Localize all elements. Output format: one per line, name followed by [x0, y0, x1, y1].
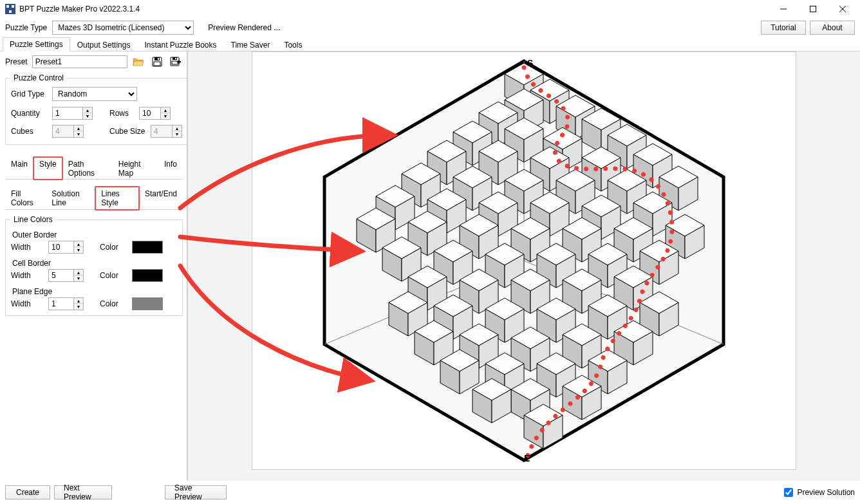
top-row: Puzzle Type Mazes 3D Isometric (Licensed…	[0, 18, 860, 37]
svg-rect-2	[12, 5, 14, 8]
tab-path-options[interactable]: Path Options	[62, 157, 113, 180]
puzzle-control-group: Puzzle Control Grid Type Random Quantity…	[5, 73, 188, 145]
maze-image: S E	[312, 55, 736, 467]
svg-rect-1	[6, 5, 9, 8]
app-icon	[5, 4, 15, 14]
spinner-down-icon[interactable]: ▼	[83, 113, 92, 119]
plane-edge-label: Plane Edge	[12, 287, 177, 296]
preset-input[interactable]	[32, 55, 127, 68]
window-title: BPT Puzzle Maker Pro v2022.3.1.4	[19, 5, 140, 14]
preset-label: Preset	[5, 57, 28, 66]
preview-canvas: S E	[252, 51, 796, 470]
outer-color-swatch[interactable]	[132, 241, 163, 254]
cube-size-label: Cube Size	[109, 127, 147, 136]
tab-lines-style[interactable]: Lines Style	[95, 187, 139, 210]
line-colors-group: Line Colors Outer Border Width ▲▼ Color …	[5, 215, 183, 316]
cubes-spinner: ▲▼	[52, 125, 84, 138]
svg-rect-10	[158, 58, 159, 60]
svg-rect-3	[9, 10, 12, 13]
svg-rect-14	[175, 58, 176, 59]
outer-border-label: Outer Border	[12, 230, 177, 239]
outer-width-label: Width	[11, 243, 42, 252]
mid-tabs: Main Style Path Options Height Map Info	[5, 156, 183, 180]
tab-puzzle-settings[interactable]: Puzzle Settings	[3, 37, 70, 51]
tab-start-end[interactable]: Start/End	[139, 187, 183, 210]
cell-width-label: Width	[11, 271, 42, 280]
plane-color-swatch[interactable]	[132, 297, 163, 310]
tab-tools[interactable]: Tools	[277, 38, 309, 51]
maze-start-label: S	[527, 58, 533, 68]
rows-spinner[interactable]: ▲▼	[139, 107, 171, 120]
maze-end-label: E	[524, 453, 530, 463]
about-button[interactable]: About	[810, 21, 855, 35]
puzzle-type-label: Puzzle Type	[5, 23, 47, 32]
preset-open-button[interactable]	[131, 55, 146, 69]
tab-solution-line[interactable]: Solution Line	[46, 187, 95, 210]
line-colors-legend: Line Colors	[11, 215, 55, 224]
puzzle-type-select[interactable]: Mazes 3D Isometric (Licensed)	[52, 21, 194, 35]
tab-instant-puzzle-books[interactable]: Instant Puzzle Books	[137, 38, 223, 51]
svg-rect-5	[810, 6, 816, 12]
spinner-up-icon[interactable]: ▲	[83, 107, 92, 113]
preview-solution-checkbox[interactable]: Preview Solution	[781, 486, 855, 499]
titlebar: BPT Puzzle Maker Pro v2022.3.1.4	[0, 0, 860, 18]
maximize-button[interactable]	[798, 0, 828, 18]
cell-width-spinner[interactable]: ▲▼	[48, 269, 93, 282]
preview-status: Preview Rendered ...	[208, 23, 280, 32]
plane-width-label: Width	[11, 299, 42, 308]
cubes-label: Cubes	[11, 127, 48, 136]
puzzle-control-legend: Puzzle Control	[11, 73, 66, 82]
save-preview-button[interactable]: Save Preview	[165, 485, 227, 499]
main-tabs: Puzzle Settings Output Settings Instant …	[0, 37, 860, 51]
spinner-up-icon[interactable]: ▲	[161, 107, 170, 113]
cube-size-spinner: ▲▼	[151, 125, 182, 138]
preset-save-button[interactable]	[150, 55, 165, 69]
tab-fill-colors[interactable]: Fill Colors	[5, 187, 46, 210]
next-preview-button[interactable]: Next Preview	[54, 485, 112, 499]
plane-color-label: Color	[100, 299, 126, 308]
spinner-down-icon[interactable]: ▼	[161, 113, 170, 119]
quantity-label: Quantity	[11, 109, 48, 118]
save-as-icon	[170, 57, 182, 67]
preview-solution-input[interactable]	[784, 488, 793, 497]
tab-main[interactable]: Main	[5, 157, 33, 180]
preset-row: Preset	[5, 54, 183, 70]
outer-color-label: Color	[100, 243, 126, 252]
close-button[interactable]	[828, 0, 857, 18]
cell-border-label: Cell Border	[12, 259, 177, 268]
folder-open-icon	[133, 57, 144, 67]
preset-save-as-button[interactable]	[168, 55, 183, 69]
quantity-spinner[interactable]: ▲▼	[52, 107, 93, 120]
rows-label: Rows	[109, 109, 135, 118]
cell-color-swatch[interactable]	[132, 269, 163, 282]
left-panel: Preset Puzzle Control Grid Type Random	[0, 51, 188, 481]
tab-info[interactable]: Info	[158, 157, 183, 180]
grid-type-select[interactable]: Random	[52, 87, 137, 101]
style-subtabs: Fill Colors Solution Line Lines Style St…	[5, 186, 183, 210]
tab-time-saver[interactable]: Time Saver	[224, 38, 277, 51]
create-button[interactable]: Create	[5, 485, 50, 499]
bottom-bar: Create Next Preview Save Preview Preview…	[0, 481, 860, 504]
outer-width-spinner[interactable]: ▲▼	[48, 241, 93, 254]
tab-style[interactable]: Style	[33, 157, 62, 180]
tab-output-settings[interactable]: Output Settings	[70, 38, 138, 51]
minimize-button[interactable]	[769, 0, 798, 18]
save-icon	[152, 57, 162, 67]
tutorial-button[interactable]: Tutorial	[761, 21, 806, 35]
grid-type-label: Grid Type	[11, 89, 48, 98]
cell-color-label: Color	[100, 271, 126, 280]
preview-pane: S E	[188, 51, 860, 481]
plane-width-spinner[interactable]: ▲▼	[48, 297, 93, 310]
tab-height-map[interactable]: Height Map	[113, 157, 158, 180]
